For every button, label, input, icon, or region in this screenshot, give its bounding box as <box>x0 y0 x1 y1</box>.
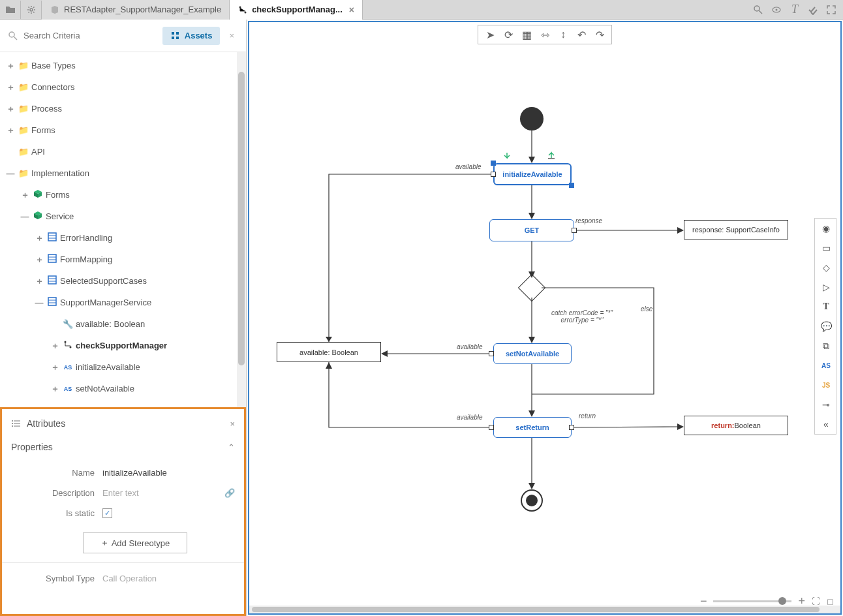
expand-icon[interactable]: ＋ <box>50 362 60 373</box>
class-icon <box>46 232 59 244</box>
text-icon[interactable]: T <box>815 297 837 316</box>
text-icon[interactable]: T <box>788 3 801 16</box>
tab-restadapter[interactable]: RESTAdapter_SupportManager_Example <box>42 0 230 20</box>
add-stereotype-button[interactable]: ＋ Add Stereotype <box>83 532 187 553</box>
rect-icon[interactable]: ▭ <box>815 238 837 258</box>
as-icon: AS <box>61 364 74 371</box>
fullscreen-icon[interactable]: ⛶ <box>812 596 820 606</box>
node-setreturn[interactable]: setReturn <box>493 417 572 438</box>
fit-icon[interactable]: ◻ <box>827 596 834 606</box>
close-icon[interactable]: × <box>225 31 238 40</box>
tree-item-errorhandling[interactable]: ＋ErrorHandling <box>0 227 246 249</box>
tree-item-impl-forms[interactable]: ＋Forms <box>0 184 246 206</box>
tree-item-available[interactable]: 🔧available: Boolean <box>0 313 246 335</box>
expand-icon[interactable]: ＋ <box>5 82 16 93</box>
port[interactable] <box>489 425 494 430</box>
properties-header[interactable]: Properties ⌃ <box>11 437 235 463</box>
tree-item-implementation[interactable]: —📁Implementation <box>0 162 246 184</box>
collapse-icon[interactable]: « <box>815 414 837 434</box>
activity-icon[interactable]: ⊸ <box>815 395 837 414</box>
node-return[interactable]: return: Boolean <box>684 416 788 435</box>
node-initialize-available[interactable]: initializeAvailable <box>493 163 572 185</box>
tree-item-setreturn[interactable]: ＋ASsetReturn <box>0 399 246 407</box>
search-icon[interactable] <box>752 3 765 16</box>
expand-icon[interactable]: ＋ <box>50 340 60 352</box>
as-icon[interactable]: AS <box>815 356 837 375</box>
tab-checksupportmanager[interactable]: checkSupportManag... × <box>230 0 363 20</box>
as-icon: AS <box>61 386 74 392</box>
expand-icon[interactable]: ＋ <box>50 383 60 395</box>
js-icon[interactable]: JS <box>815 375 837 395</box>
node-available-boolean[interactable]: available: Boolean <box>277 342 381 362</box>
gear-icon[interactable] <box>21 1 42 19</box>
port[interactable] <box>491 172 496 177</box>
scrollbar-thumb[interactable] <box>238 72 245 365</box>
diagram-canvas[interactable]: ➤ ⟳ ▦ ⇿ ↕ ↶ ↷ initializeAvailable GET <box>248 21 842 615</box>
close-icon[interactable]: × <box>349 5 354 15</box>
end-node[interactable] <box>521 489 543 512</box>
folder-icon[interactable] <box>0 1 21 19</box>
svg-marker-54 <box>326 337 332 342</box>
expand-icon[interactable]: ＋ <box>5 103 16 115</box>
collapse-icon[interactable]: — <box>20 211 30 221</box>
initial-node-icon[interactable]: ◉ <box>815 219 837 238</box>
fullscreen-icon[interactable] <box>825 3 838 16</box>
port[interactable] <box>572 228 577 233</box>
assets-icon <box>170 31 181 41</box>
tree-item-forms[interactable]: ＋📁Forms <box>0 119 246 141</box>
expand-icon[interactable]: ＋ <box>34 232 44 244</box>
folder-icon: 📁 <box>17 147 30 157</box>
assets-filter[interactable]: Assets <box>162 27 221 45</box>
port[interactable] <box>569 425 574 430</box>
expand-icon[interactable]: ＋ <box>34 254 44 266</box>
close-icon[interactable]: × <box>230 419 235 429</box>
expand-icon[interactable]: ＋ <box>5 60 16 72</box>
tree-item-initializeavailable[interactable]: ＋ASinitializeAvailable <box>0 356 246 378</box>
zoom-slider[interactable] <box>713 600 791 602</box>
search-input[interactable] <box>23 31 157 40</box>
node-response[interactable]: response: SupportCaseInfo <box>684 220 788 239</box>
scrollbar-thumb[interactable] <box>252 607 820 612</box>
expand-icon[interactable]: ＋ <box>50 405 60 408</box>
pentagon-icon[interactable]: ▷ <box>815 277 837 297</box>
tree-item-base-types[interactable]: ＋📁Base Types <box>0 55 246 76</box>
assets-label: Assets <box>185 31 213 40</box>
slider-thumb[interactable] <box>778 597 786 605</box>
tree-item-service[interactable]: —Service <box>0 206 246 227</box>
expand-icon[interactable]: ＋ <box>20 189 30 201</box>
description-input[interactable]: Enter text <box>102 488 139 498</box>
diamond-icon[interactable]: ◇ <box>815 258 837 277</box>
svg-point-0 <box>30 8 33 11</box>
name-value[interactable]: initializeAvailable <box>102 468 167 478</box>
node-setnotavailable[interactable]: setNotAvailable <box>493 343 572 364</box>
link-icon[interactable]: 🔗 <box>224 488 235 498</box>
collapse-icon[interactable]: — <box>5 168 16 178</box>
decision-node[interactable] <box>518 274 545 301</box>
selection-handle[interactable] <box>491 161 496 166</box>
svg-marker-47 <box>529 337 535 343</box>
collapse-icon[interactable]: — <box>34 298 44 307</box>
is-static-checkbox[interactable]: ✓ <box>102 508 112 518</box>
tree-item-supportmanagerservice[interactable]: —SupportManagerService <box>0 292 246 313</box>
horizontal-scrollbar[interactable] <box>249 606 840 613</box>
tree-item-connectors[interactable]: ＋📁Connectors <box>0 76 246 98</box>
port[interactable] <box>489 351 494 356</box>
expand-icon[interactable]: ＋ <box>34 275 44 287</box>
node-get[interactable]: GET <box>489 219 574 241</box>
tree-item-api[interactable]: 📁API <box>0 141 246 162</box>
comment-icon[interactable]: 💬 <box>815 316 837 336</box>
eye-icon[interactable] <box>770 3 783 16</box>
selection-handle[interactable] <box>569 183 574 188</box>
start-node[interactable] <box>520 107 544 131</box>
chevron-up-icon[interactable]: ⌃ <box>228 442 235 452</box>
svg-rect-10 <box>176 32 179 35</box>
tree-scrollbar[interactable] <box>237 52 246 407</box>
link-icon[interactable]: ⧉ <box>815 336 837 356</box>
tree-item-selectedsupportcases[interactable]: ＋SelectedSupportCases <box>0 270 246 292</box>
expand-icon[interactable]: ＋ <box>5 125 16 136</box>
tree-item-checksupportmanager[interactable]: ＋checkSupportManager <box>0 335 246 356</box>
tree-item-setnotavailable[interactable]: ＋ASsetNotAvailable <box>0 378 246 399</box>
tree-item-process[interactable]: ＋📁Process <box>0 98 246 119</box>
tree-item-formmapping[interactable]: ＋FormMapping <box>0 249 246 270</box>
check-icon[interactable] <box>806 3 820 16</box>
